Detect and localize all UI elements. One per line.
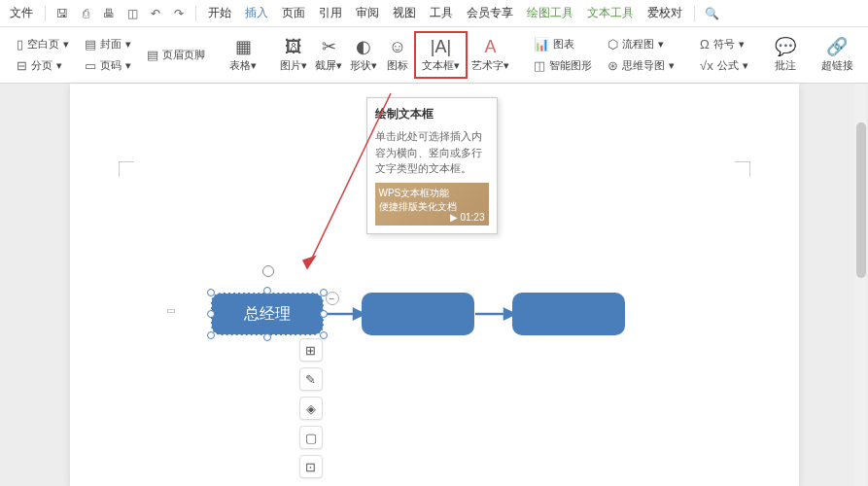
tab-text-tools[interactable]: 文本工具 [581,1,640,25]
print-preview-icon[interactable]: ⎙ [75,3,96,24]
save-icon[interactable]: 🖫 [52,3,73,24]
connector-arrow-2[interactable] [475,307,514,321]
connector-arrow-1[interactable] [325,307,364,321]
section-break-button[interactable]: ⊟分页▾ [12,55,74,76]
shapes-icon: ◐ [356,37,371,56]
smartart-icon: ◫ [534,58,545,73]
tab-proofread[interactable]: 爱校对 [642,1,688,25]
margin-corner-tr [735,161,750,177]
menu-bar: 文件 🖫 ⎙ 🖶 ◫ ↶ ↷ 开始 插入 页面 引用 审阅 视图 工具 会员专享… [0,0,868,27]
header-footer-button[interactable]: ▤页眉页脚 [142,45,210,65]
comment-icon: 💬 [775,37,796,56]
mindmap-button[interactable]: ⊛思维导图▾ [603,55,679,76]
undo-icon[interactable]: ↶ [145,3,166,24]
tab-reference[interactable]: 引用 [313,1,348,25]
svg-marker-5 [504,309,514,319]
resize-handle[interactable] [207,289,215,296]
pagenum-icon: ▭ [85,58,96,73]
paragraph-mark [167,309,175,313]
shape-float-toolbar: ⊞ ✎ ◈ ▢ ⊡ [299,338,323,478]
add-connector-button[interactable]: − [326,292,339,305]
blank-page-button[interactable]: ▯空白页▾ [12,34,74,54]
table-icon: ▦ [235,37,252,56]
print-icon[interactable]: 🖶 [98,3,120,24]
textbox-button[interactable]: |A|文本框▾ [418,35,464,75]
hyperlink-button[interactable]: 🔗超链接 [817,35,857,75]
mindmap-icon: ⊛ [608,58,618,73]
pagenum-button[interactable]: ▭页码▾ [80,55,136,76]
redo-icon[interactable]: ↷ [168,3,190,24]
rotate-handle[interactable] [262,265,274,277]
tab-review[interactable]: 审阅 [350,1,385,25]
screenshot-button[interactable]: ✂截屏▾ [311,35,346,75]
picture-icon: 🖼 [285,37,302,56]
svg-line-0 [307,93,391,268]
section-icon: ⊟ [17,58,27,73]
screenshot-icon: ✂ [322,37,336,56]
flowchart-button[interactable]: ⬡流程图▾ [603,34,679,54]
symbol-icon: Ω [700,37,710,52]
shapes-button[interactable]: ◐形状▾ [346,35,381,75]
icon-gallery-icon: ☺ [389,37,406,56]
play-time: ▶ 01:23 [450,212,485,223]
canvas-area: 绘制文本框 单击此处可选择插入内容为横向、竖向或多行文字类型的文本框。 WPS文… [0,84,868,486]
shape-fill-button[interactable]: ▢ [299,426,323,449]
tab-page[interactable]: 页面 [276,1,311,25]
hyperlink-icon: 🔗 [826,37,848,56]
preview-icon[interactable]: ◫ [122,3,143,24]
resize-handle[interactable] [263,287,271,295]
wordart-button[interactable]: A艺术字▾ [468,35,513,75]
ribbon: ▯空白页▾ ⊟分页▾ ▤封面▾ ▭页码▾ ▤页眉页脚 ▦表格▾ 🖼图片▾ ✂截屏… [0,27,868,84]
document-page[interactable]: 绘制文本框 单击此处可选择插入内容为横向、竖向或多行文字类型的文本框。 WPS文… [70,84,799,486]
resize-handle[interactable] [263,333,271,341]
svg-marker-1 [303,257,315,268]
comment-button[interactable]: 💬批注 [769,35,802,75]
table-button[interactable]: ▦表格▾ [226,35,260,75]
chart-icon: 📊 [534,37,549,52]
margin-corner-tl [119,161,134,177]
picture-button[interactable]: 🖼图片▾ [276,35,311,75]
cover-button[interactable]: ▤封面▾ [80,34,136,54]
cover-icon: ▤ [85,37,96,52]
symbol-button[interactable]: Ω符号▾ [695,34,753,54]
tab-insert[interactable]: 插入 [239,1,274,25]
wordart-icon: A [484,37,496,56]
flowchart-shape-3[interactable] [512,293,625,335]
formula-icon: √x [700,58,713,73]
search-icon[interactable]: 🔍 [701,3,722,24]
layout-options-button[interactable]: ⊞ [299,338,323,362]
annotation-arrow [301,84,399,278]
resize-handle[interactable] [320,310,328,318]
flowchart-shape-1[interactable]: 总经理 [211,293,324,335]
blank-page-icon: ▯ [17,37,23,52]
flowchart-icon: ⬡ [608,37,618,52]
shape-more-button[interactable]: ⊡ [299,455,323,478]
header-footer-icon: ▤ [147,48,158,62]
tab-view[interactable]: 视图 [387,1,422,25]
shape-style-button[interactable]: ◈ [299,397,323,420]
resize-handle[interactable] [207,310,215,318]
formula-button[interactable]: √x公式▾ [695,55,753,76]
file-menu[interactable]: 文件 [4,2,39,24]
tab-member[interactable]: 会员专享 [461,1,519,25]
tab-start[interactable]: 开始 [202,1,237,25]
smartart-button[interactable]: ◫智能图形 [529,55,597,76]
svg-marker-3 [354,309,364,319]
edit-shape-button[interactable]: ✎ [299,367,323,391]
flowchart-shape-2[interactable] [362,293,474,335]
chart-button[interactable]: 📊图表 [529,34,597,54]
resize-handle[interactable] [207,331,215,339]
textbox-icon: |A| [431,37,451,56]
tab-drawing-tools[interactable]: 绘图工具 [521,1,579,25]
icons-button[interactable]: ☺图标 [381,35,414,75]
scrollbar-thumb[interactable] [856,122,866,278]
tab-tools[interactable]: 工具 [424,1,459,25]
